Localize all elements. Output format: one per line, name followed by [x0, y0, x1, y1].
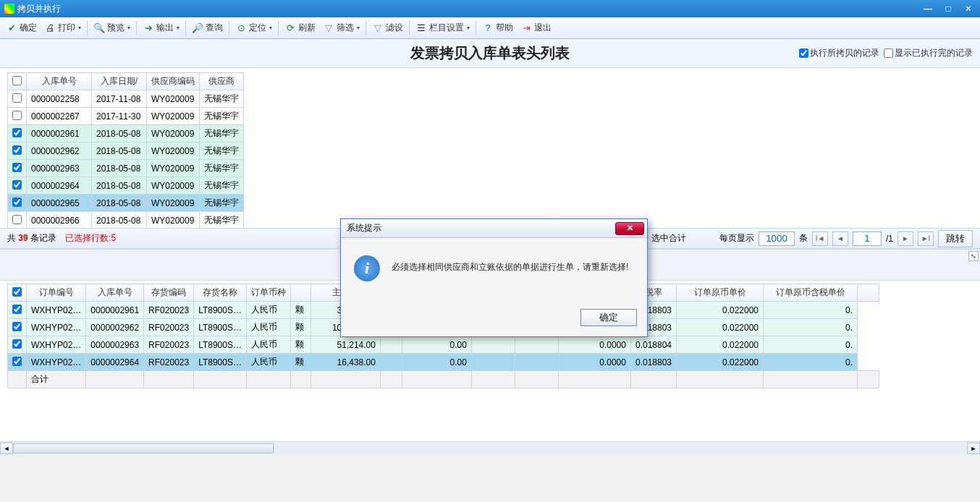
dialog-ok-button[interactable]: 确定 [580, 309, 637, 326]
system-prompt-dialog: 系统提示 ✕ i 必须选择相同供应商和立账依据的单据进行生单，请重新选择! 确定 [340, 218, 648, 337]
dialog-title: 系统提示 [347, 222, 381, 234]
info-icon: i [354, 255, 380, 281]
dialog-message: 必须选择相同供应商和立账依据的单据进行生单，请重新选择! [392, 255, 628, 273]
dialog-close-button[interactable]: ✕ [615, 222, 644, 235]
